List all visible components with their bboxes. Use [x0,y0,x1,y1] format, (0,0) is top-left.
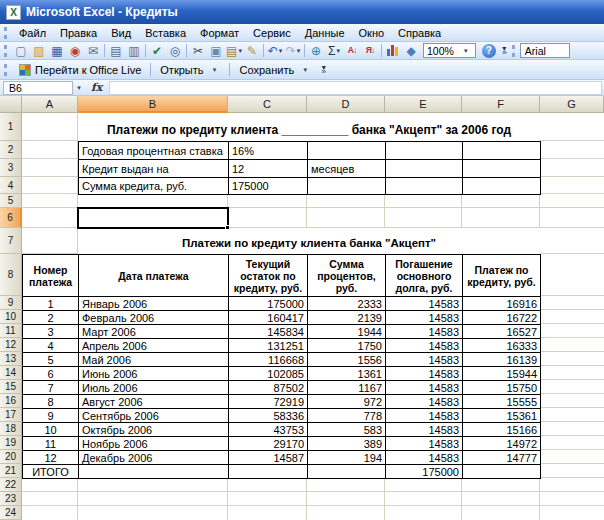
zoom-dropdown-icon[interactable] [460,44,472,58]
cell[interactable]: 9 [23,409,79,423]
cell[interactable]: 14583 [386,451,463,465]
cell[interactable]: 15555 [463,395,541,409]
chart-wizard-icon[interactable] [384,43,402,59]
open-button[interactable]: Открыть [153,61,227,79]
cell[interactable]: 1750 [308,339,386,353]
menu-item[interactable]: Вставка [138,26,193,40]
toolbar-options-button[interactable] [499,43,510,59]
cell[interactable]: 160417 [229,311,308,325]
column-header-F[interactable]: F [462,96,540,113]
report-title-cell[interactable]: Платежи по кредиту клиента __________ ба… [78,113,540,141]
cell[interactable]: 15361 [463,409,541,423]
cell[interactable]: 72919 [229,395,308,409]
cell[interactable]: 16333 [463,339,541,353]
cell[interactable]: 14583 [386,325,463,339]
insert-function-icon[interactable]: fx [91,81,102,94]
cell[interactable]: 14583 [386,437,463,451]
empty-cell[interactable] [463,178,541,195]
table-header-cell[interactable]: Погашение основного долга, руб. [386,255,463,297]
cell[interactable]: 389 [308,437,386,451]
cell[interactable]: 14583 [386,311,463,325]
cell[interactable]: Июль 2006 [79,381,229,395]
toolbar-drag-handle[interactable] [512,45,516,57]
menu-item[interactable]: Файл [12,26,53,40]
row-header-2[interactable]: 2 [0,141,22,159]
cell[interactable]: 972 [308,395,386,409]
row-header-21[interactable]: 21 [0,464,22,478]
cell[interactable]: 14583 [386,297,463,311]
column-header-G[interactable]: G [540,96,604,113]
print-icon[interactable]: ▤ [107,43,125,59]
formula-input[interactable] [109,81,602,95]
format-painter-icon[interactable]: ✎ [243,43,261,59]
cell[interactable]: 2333 [308,297,386,311]
cell[interactable]: 14583 [386,339,463,353]
cell[interactable]: 175000 [229,297,308,311]
name-box-dropdown-icon[interactable] [73,81,85,95]
row-header-16[interactable]: 16 [0,394,22,408]
empty-cell[interactable] [386,178,463,195]
open-folder-icon[interactable]: ▨ [30,43,48,59]
cell[interactable]: 14583 [386,395,463,409]
cell[interactable]: Октябрь 2006 [79,423,229,437]
cell[interactable]: 583 [308,423,386,437]
cell[interactable]: 116668 [229,353,308,367]
selected-cell-B6[interactable] [77,207,229,229]
column-header-E[interactable]: E [385,96,462,113]
cell[interactable]: 14583 [386,409,463,423]
cell[interactable]: 15750 [463,381,541,395]
empty-cell[interactable] [463,160,541,178]
cell[interactable]: 14583 [386,381,463,395]
menu-item[interactable]: Правка [53,26,104,40]
row-header-11[interactable]: 11 [0,324,22,338]
param-value-cell[interactable]: 12 [229,160,308,178]
empty-cell[interactable] [386,160,463,178]
toolbar-drag-handle[interactable] [4,64,8,76]
font-name-combo[interactable]: Arial [520,43,570,58]
zoom-combo[interactable]: 100% [423,43,476,58]
save-button[interactable]: Сохранить [232,61,318,79]
cell[interactable]: 1944 [308,325,386,339]
table-header-cell[interactable]: Сумма процентов, руб. [308,255,386,297]
cell[interactable]: 194 [308,451,386,465]
row-header-6[interactable]: 6 [0,208,22,228]
select-all-corner[interactable] [0,96,22,113]
table-header-cell[interactable]: Дата платежа [79,255,229,297]
cell[interactable]: Сентябрь 2006 [79,409,229,423]
cell[interactable]: 131251 [229,339,308,353]
toolbar-options-button[interactable] [318,62,329,78]
cell[interactable]: 16139 [463,353,541,367]
cell[interactable]: Июнь 2006 [79,367,229,381]
sort-descending-icon[interactable]: Я↓ [361,43,379,59]
cell[interactable]: 16916 [463,297,541,311]
row-header-18[interactable]: 18 [0,422,22,436]
empty-cell[interactable] [386,142,463,160]
cell[interactable]: Август 2006 [79,395,229,409]
cell[interactable]: 87502 [229,381,308,395]
cell[interactable]: Январь 2006 [79,297,229,311]
cell[interactable]: 15944 [463,367,541,381]
column-header-C[interactable]: C [228,96,307,113]
menu-item[interactable]: Справка [391,26,448,40]
hyperlink-icon[interactable]: ⊕ [307,43,325,59]
cell[interactable]: Февраль 2006 [79,311,229,325]
drawing-icon[interactable]: ◆ [402,43,420,59]
new-document-icon[interactable]: ▢ [12,43,30,59]
cell[interactable]: 778 [308,409,386,423]
param-label-cell[interactable]: Кредит выдан на [79,160,229,178]
cell[interactable]: 14583 [386,423,463,437]
column-header-A[interactable]: A [22,96,78,113]
param-unit-cell[interactable] [308,178,386,195]
cell[interactable]: 14583 [386,367,463,381]
row-header-4[interactable]: 4 [0,177,22,194]
cell[interactable] [308,465,386,479]
row-header-1[interactable]: 1 [0,113,22,141]
row-header-22[interactable]: 22 [0,478,22,492]
copy-icon[interactable]: ▣ [207,43,225,59]
save-icon[interactable]: ▦ [48,43,66,59]
cell[interactable]: Ноябрь 2006 [79,437,229,451]
cell[interactable]: 3 [23,325,79,339]
cell[interactable]: 2 [23,311,79,325]
cell[interactable]: 14587 [229,451,308,465]
row-header-3[interactable]: 3 [0,159,22,177]
